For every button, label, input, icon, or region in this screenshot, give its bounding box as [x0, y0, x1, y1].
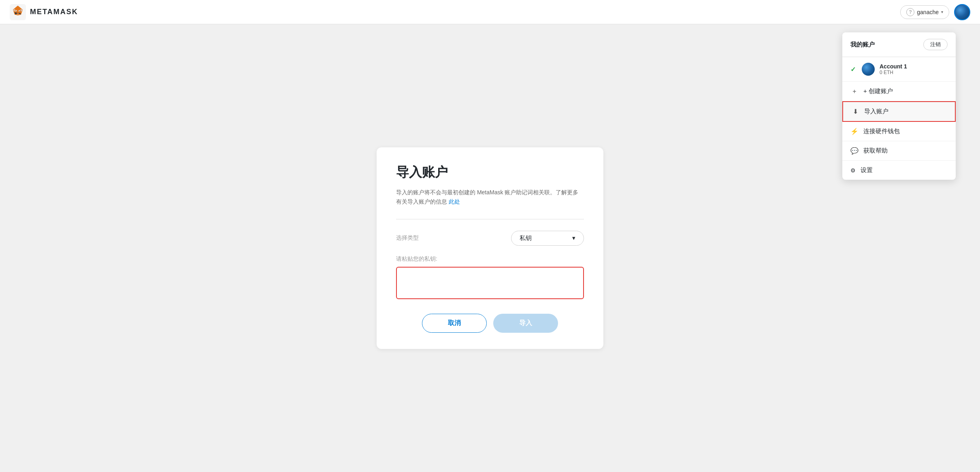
settings-icon: ⚙ [850, 167, 856, 174]
import-account-item[interactable]: ⬇ 导入账户 [842, 101, 956, 122]
top-bar-right: ? ganache ▾ [900, 4, 970, 20]
question-icon: ? [906, 8, 914, 16]
account-1-balance: 0 ETH [880, 70, 948, 75]
account-1-item[interactable]: ✓ Account 1 0 ETH [842, 57, 956, 82]
import-description: 导入的账户将不会与最初创建的 MetaMask 账户助记词相关联。了解更多有关导… [396, 188, 584, 206]
account-1-avatar [862, 63, 875, 76]
import-account-label: 导入账户 [864, 108, 888, 115]
account-1-info: Account 1 0 ETH [880, 63, 948, 75]
import-icon: ⬇ [851, 108, 859, 115]
account-panel: 我的账户 注销 ✓ Account 1 0 ETH + + 创建账户 ⬇ 导入账… [842, 32, 956, 180]
divider [396, 219, 584, 219]
hardware-icon: ⚡ [850, 128, 859, 135]
connect-hardware-item[interactable]: ⚡ 连接硬件钱包 [842, 122, 956, 141]
svg-point-10 [16, 11, 17, 11]
settings-label: 设置 [861, 166, 873, 174]
panel-title: 我的账户 [850, 41, 875, 49]
button-row: 取消 导入 [396, 314, 584, 333]
metamask-fox-icon [10, 4, 26, 20]
import-account-card: 导入账户 导入的账户将不会与最初创建的 MetaMask 账户助记词相关联。了解… [377, 147, 603, 349]
main-content: 导入账户 导入的账户将不会与最初创建的 MetaMask 账户助记词相关联。了解… [0, 24, 980, 472]
plus-icon: + [850, 88, 859, 95]
cancel-button[interactable]: 取消 [422, 314, 487, 333]
connect-hardware-label: 连接硬件钱包 [863, 128, 900, 135]
dropdown-chevron-icon: ▾ [572, 234, 575, 242]
import-title: 导入账户 [396, 164, 584, 181]
get-help-label: 获取帮助 [863, 147, 888, 155]
account-1-name: Account 1 [880, 63, 948, 70]
network-selector[interactable]: ? ganache ▾ [900, 5, 949, 19]
check-icon: ✓ [850, 66, 857, 73]
learn-more-link[interactable]: 此处 [449, 198, 460, 205]
help-icon: 💬 [850, 147, 859, 155]
chevron-down-icon: ▾ [941, 10, 943, 14]
get-help-item[interactable]: 💬 获取帮助 [842, 141, 956, 161]
private-key-input[interactable] [396, 267, 584, 299]
globe-inner [955, 5, 969, 19]
account-globe-button[interactable] [954, 4, 970, 20]
type-dropdown[interactable]: 私钥 ▾ [511, 231, 584, 246]
logo-text: METAMASK [30, 8, 78, 16]
create-account-item[interactable]: + + 创建账户 [842, 82, 956, 101]
settings-item[interactable]: ⚙ 设置 [842, 161, 956, 180]
private-key-label: 请粘贴您的私钥: [396, 255, 584, 263]
create-account-label: + 创建账户 [863, 87, 893, 95]
top-bar: METAMASK ? ganache ▾ [0, 0, 980, 24]
svg-point-11 [19, 11, 20, 11]
import-button[interactable]: 导入 [493, 314, 558, 333]
logo-area: METAMASK [10, 4, 78, 20]
select-type-label: 选择类型 [396, 234, 419, 242]
logout-button[interactable]: 注销 [923, 39, 948, 50]
selected-type-value: 私钥 [520, 234, 532, 242]
panel-header: 我的账户 注销 [842, 32, 956, 57]
network-label: ganache [917, 9, 939, 15]
type-select-row: 选择类型 私钥 ▾ [396, 231, 584, 246]
